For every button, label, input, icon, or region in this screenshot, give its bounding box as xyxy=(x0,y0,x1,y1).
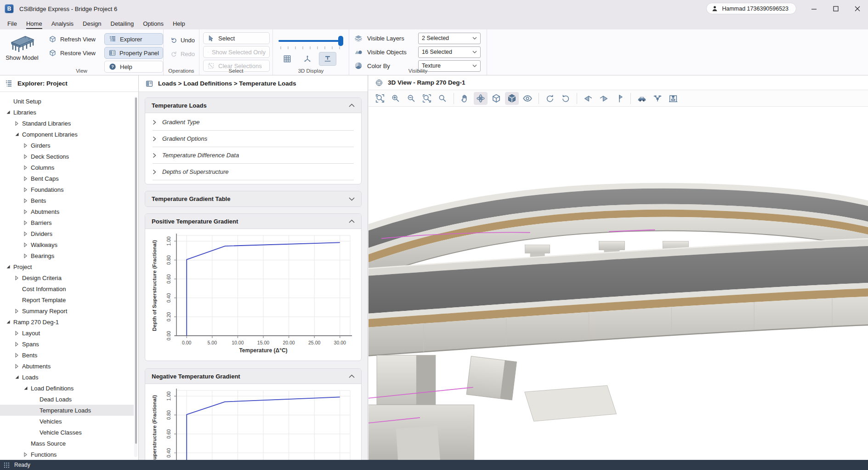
expand-row-gradient-options[interactable]: Gradient Options xyxy=(153,131,354,147)
collapse-chevron-icon[interactable] xyxy=(349,374,355,378)
tree-item-cost-information[interactable]: Cost Information xyxy=(0,283,134,294)
display-size-slider[interactable] xyxy=(278,36,343,46)
tree-item-functions[interactable]: Functions xyxy=(0,449,134,460)
property-panel-button[interactable]: Property Panel xyxy=(104,47,163,59)
tree-expand-icon[interactable] xyxy=(22,231,29,236)
drone-camera-icon[interactable] xyxy=(651,92,664,105)
cube-solid-icon[interactable] xyxy=(505,92,519,105)
rotate-ccw-icon[interactable] xyxy=(559,92,573,105)
tree-item-foundations[interactable]: Foundations xyxy=(0,184,134,195)
tree-item-temperature-loads[interactable]: Temperature Loads xyxy=(0,405,134,416)
zoom-in-icon[interactable] xyxy=(389,92,403,105)
explorer-button[interactable]: Explorer xyxy=(104,33,163,45)
expand-row-depths-of-superstructure[interactable]: Depths of Superstructure xyxy=(153,164,354,180)
vehicle-icon[interactable] xyxy=(635,92,649,105)
tree-expand-icon[interactable] xyxy=(22,198,29,203)
tree-item-component-libraries[interactable]: Component Libraries xyxy=(0,129,134,140)
collapse-chevron-icon[interactable] xyxy=(349,219,355,223)
tree-item-abutments[interactable]: Abutments xyxy=(0,206,134,217)
tree-item-loads[interactable]: Loads xyxy=(0,372,134,383)
tree-item-standard-libraries[interactable]: Standard Libraries xyxy=(0,118,134,129)
tree-item-dividers[interactable]: Dividers xyxy=(0,228,134,239)
tree-expand-icon[interactable] xyxy=(13,331,20,336)
user-account-button[interactable]: Hammad 1736390596523 xyxy=(706,3,796,14)
tree-item-deck-sections[interactable]: Deck Sections xyxy=(0,151,134,162)
menu-item-analysis[interactable]: Analysis xyxy=(47,19,78,29)
tree-item-project[interactable]: Project xyxy=(0,261,134,272)
zoom-extents-icon[interactable] xyxy=(373,92,387,105)
pan-icon[interactable] xyxy=(458,92,472,105)
tree-item-girders[interactable]: Girders xyxy=(0,140,134,151)
zoom-icon[interactable] xyxy=(436,92,449,105)
menu-item-help[interactable]: Help xyxy=(168,19,190,29)
expand-row-temperature-difference-data[interactable]: Temperature Difference Data xyxy=(153,147,354,164)
tree-item-dead-loads[interactable]: Dead Loads xyxy=(0,394,134,405)
select-button[interactable]: Select xyxy=(203,32,270,44)
3d-viewport[interactable] xyxy=(369,107,868,460)
tree-item-unit-setup[interactable]: Unit Setup xyxy=(0,96,134,107)
tree-expand-icon[interactable] xyxy=(22,220,29,225)
tree-item-spans[interactable]: Spans xyxy=(0,338,134,350)
tree-item-vehicle-classes[interactable]: Vehicle Classes xyxy=(0,427,134,438)
temperature-loads-card-header[interactable]: Temperature Loads xyxy=(145,98,361,113)
scrollbar-thumb[interactable] xyxy=(135,97,137,444)
tree-expand-icon[interactable] xyxy=(22,165,29,170)
grid-icon[interactable] xyxy=(278,52,296,66)
cube-wireframe-icon[interactable] xyxy=(489,92,503,105)
tree-item-vehicles[interactable]: Vehicles xyxy=(0,416,134,427)
tree-expand-icon[interactable] xyxy=(22,154,29,159)
extrude-icon[interactable] xyxy=(319,52,336,66)
tree-item-libraries[interactable]: Libraries xyxy=(0,107,134,118)
orbit-icon[interactable] xyxy=(474,92,488,105)
tree-item-walkways[interactable]: Walkways xyxy=(0,239,134,250)
maximize-icon[interactable] xyxy=(825,0,846,17)
positive-gradient-header[interactable]: Positive Temperature Gradient xyxy=(145,214,361,229)
tree-collapse-icon[interactable] xyxy=(5,264,11,269)
tree-item-ramp-270-deg-1[interactable]: Ramp 270 Deg-1 xyxy=(0,316,134,327)
tree-item-report-template[interactable]: Report Template xyxy=(0,294,134,305)
section-machine-icon[interactable] xyxy=(666,92,680,105)
tree-collapse-icon[interactable] xyxy=(5,320,11,324)
restore-view-button[interactable]: Restore View xyxy=(44,47,100,59)
visible-objects-dropdown[interactable]: 16 Selected xyxy=(418,46,481,58)
menu-item-design[interactable]: Design xyxy=(78,19,106,29)
close-icon[interactable] xyxy=(846,0,868,17)
plane-right-icon[interactable] xyxy=(597,92,611,105)
tree-expand-icon[interactable] xyxy=(22,143,29,148)
tree-item-summary-report[interactable]: Summary Report xyxy=(0,305,134,316)
tree-collapse-icon[interactable] xyxy=(5,110,11,115)
sidebar-scrollbar[interactable] xyxy=(134,97,137,457)
tree-expand-icon[interactable] xyxy=(22,242,29,247)
eye-icon[interactable] xyxy=(521,92,534,105)
show-selected-only-button[interactable]: Show Selected Only xyxy=(203,46,270,58)
tree-item-bearings[interactable]: Bearings xyxy=(0,250,134,261)
tree-item-load-definitions[interactable]: Load Definitions xyxy=(0,383,134,394)
tree-collapse-icon[interactable] xyxy=(13,375,20,379)
expand-row-gradient-type[interactable]: Gradient Type xyxy=(153,114,354,131)
refresh-view-button[interactable]: Refresh View xyxy=(44,33,100,45)
plane-left-icon[interactable] xyxy=(581,92,595,105)
tree-item-columns[interactable]: Columns xyxy=(0,162,134,173)
tree-expand-icon[interactable] xyxy=(13,275,20,281)
tree-item-bents[interactable]: Bents xyxy=(0,195,134,206)
tree-expand-icon[interactable] xyxy=(13,342,20,347)
tree-expand-icon[interactable] xyxy=(13,353,20,358)
visible-layers-dropdown[interactable]: 2 Selected xyxy=(418,33,481,44)
menu-item-options[interactable]: Options xyxy=(138,19,168,29)
tree-expand-icon[interactable] xyxy=(13,309,20,314)
tree-expand-icon[interactable] xyxy=(13,364,20,369)
menu-item-home[interactable]: Home xyxy=(22,19,47,29)
tree-expand-icon[interactable] xyxy=(22,253,29,258)
undo-button[interactable]: Undo xyxy=(166,34,199,46)
tree-item-abutments[interactable]: Abutments xyxy=(0,361,134,372)
tree-item-bents[interactable]: Bents xyxy=(0,350,134,361)
tree-item-mass-source[interactable]: Mass Source xyxy=(0,438,134,449)
tree-item-bent-caps[interactable]: Bent Caps xyxy=(0,173,134,184)
menu-item-file[interactable]: File xyxy=(3,19,22,29)
tree-item-barriers[interactable]: Barriers xyxy=(0,217,134,228)
expand-chevron-icon[interactable] xyxy=(349,197,355,201)
zoom-out-icon[interactable] xyxy=(404,92,418,105)
tree-expand-icon[interactable] xyxy=(22,187,29,192)
temperature-gradient-table-header[interactable]: Temperature Gradient Table xyxy=(145,191,361,206)
tree-item-layout[interactable]: Layout xyxy=(0,327,134,338)
